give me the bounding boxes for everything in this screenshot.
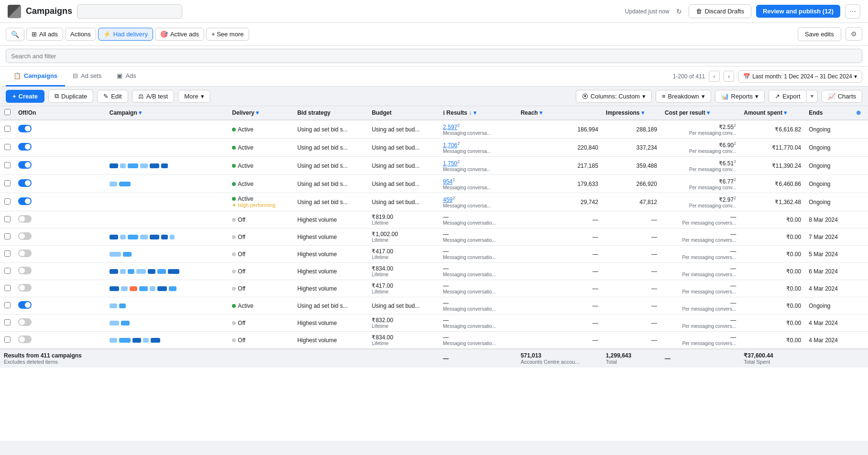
cost-per-result-header[interactable]: Cost per result ▾ (661, 106, 740, 120)
select-all-checkbox[interactable] (4, 109, 11, 115)
more-button[interactable]: More ▾ (178, 90, 210, 103)
discard-drafts-button[interactable]: 🗑 Discard Drafts (689, 4, 751, 18)
row-impressions: 266,920 (602, 175, 661, 193)
ends-header[interactable]: Ends (805, 106, 852, 120)
more-options-button[interactable]: ⋯ (845, 4, 860, 19)
row-checkbox[interactable] (4, 319, 11, 325)
results-header[interactable]: ℹ Results ↓ ▾ (439, 106, 516, 120)
row-checkbox[interactable] (4, 162, 11, 168)
table-row: OffHighest volume₹1,002.00Lifetime—Messa… (0, 228, 868, 246)
export-more-button[interactable]: ▾ (807, 90, 818, 103)
tab-ads[interactable]: ▣ Ads (109, 66, 143, 87)
row-checkbox[interactable] (4, 180, 11, 186)
edit-button[interactable]: ✎ Edit (97, 90, 128, 103)
row-checkbox[interactable] (4, 144, 11, 150)
row-toggle-cell (14, 139, 106, 157)
row-toggle[interactable] (18, 336, 32, 343)
add-column-header[interactable]: ⊕ (852, 106, 868, 120)
row-campaign-name (106, 314, 229, 332)
row-checkbox[interactable] (4, 336, 11, 343)
top-search-input[interactable] (77, 4, 182, 19)
delivery-status: Active (232, 195, 289, 202)
actions-button[interactable]: Actions (65, 28, 96, 41)
row-toggle[interactable] (18, 284, 32, 292)
row-cost-per-result: —Per messaging convers... (661, 314, 740, 332)
pagination-next[interactable]: › (724, 71, 734, 82)
results-value[interactable]: 954 (443, 178, 452, 185)
row-toggle[interactable] (18, 179, 32, 187)
active-ads-button[interactable]: 🎯 Active ads (155, 28, 204, 41)
row-toggle[interactable] (18, 161, 32, 169)
budget-header[interactable]: Budget (368, 106, 439, 120)
row-toggle[interactable] (18, 318, 32, 326)
row-checkbox-cell (0, 193, 14, 211)
row-budget: ₹834.00Lifetime (368, 263, 439, 280)
amount-spent-header[interactable]: Amount spent ▾ (740, 106, 805, 120)
search-button[interactable]: 🔍 (6, 28, 24, 41)
row-amount-spent: ₹11,390.24 (740, 157, 805, 175)
impressions-header[interactable]: Impressions ▾ (602, 106, 661, 120)
row-toggle-cell (14, 263, 106, 280)
row-campaign-name (106, 280, 229, 297)
row-checkbox[interactable] (4, 233, 11, 239)
tab-ad-sets[interactable]: ⊟ Ad sets (65, 66, 109, 87)
row-checkbox[interactable] (4, 216, 11, 222)
row-toggle[interactable] (18, 249, 32, 257)
date-range-button[interactable]: 📅 Last month: 1 Dec 2024 – 31 Dec 2024 ▾ (738, 70, 862, 83)
lightning-icon: ⚡ (103, 31, 111, 38)
row-delivery-cell: Active (228, 139, 293, 157)
create-button[interactable]: + Create (6, 90, 44, 103)
save-edits-button[interactable]: Save edits (798, 27, 841, 41)
export-button[interactable]: ↗ Export (769, 90, 807, 103)
results-value[interactable]: 1,750 (443, 160, 457, 167)
row-checkbox[interactable] (4, 250, 11, 257)
row-checkbox[interactable] (4, 285, 11, 291)
row-toggle[interactable] (18, 215, 32, 223)
pagination-prev[interactable]: ‹ (709, 71, 719, 82)
row-extra (852, 175, 868, 193)
row-toggle[interactable] (18, 232, 32, 240)
ab-test-button[interactable]: ⚖ A/B test (132, 90, 175, 103)
row-checkbox[interactable] (4, 126, 11, 132)
row-budget: Using ad set bud... (368, 297, 439, 314)
delivery-header[interactable]: Delivery ▾ (228, 106, 293, 120)
row-amount-spent: ₹6,460.86 (740, 175, 805, 193)
row-toggle[interactable] (18, 267, 32, 274)
select-all-header[interactable] (0, 106, 14, 120)
row-bid-strategy: Using ad set bid s... (294, 297, 368, 314)
row-checkbox[interactable] (4, 268, 11, 274)
off-on-header[interactable]: Off/On (14, 106, 106, 120)
campaign-header[interactable]: Campaign ▾ (106, 106, 229, 120)
row-toggle[interactable] (18, 143, 32, 151)
tab-campaigns[interactable]: 📋 Campaigns (6, 66, 65, 87)
row-toggle[interactable] (18, 197, 32, 205)
row-checkbox[interactable] (4, 198, 11, 205)
charts-button[interactable]: 📈 Charts (822, 90, 862, 103)
filters-icon-button[interactable]: ⚙ (846, 27, 862, 41)
footer-results-cell: — (439, 349, 516, 368)
row-cost-per-result: —Per messaging convers... (661, 228, 740, 246)
breakdown-button[interactable]: ≡ Breakdown ▾ (656, 90, 711, 103)
review-publish-button[interactable]: Review and publish (12) (756, 5, 840, 18)
row-toggle[interactable] (18, 301, 32, 309)
columns-button[interactable]: ⦿ Columns: Custom ▾ (576, 90, 652, 103)
footer-delivery-cell (228, 349, 293, 368)
delivery-status: Active (232, 181, 289, 187)
row-results: —Messaging conversatio... (439, 297, 516, 314)
row-checkbox[interactable] (4, 302, 11, 308)
results-value[interactable]: 1,706 (443, 142, 457, 149)
refresh-button[interactable]: ↻ (674, 6, 684, 17)
bid-strategy-header[interactable]: Bid strategy (294, 106, 368, 120)
row-amount-spent: ₹0.00 (740, 263, 805, 280)
had-delivery-button[interactable]: ⚡ Had delivery (98, 28, 153, 41)
footer-cost-cell: — (661, 349, 740, 368)
search-filter-input[interactable] (6, 49, 862, 63)
reports-button[interactable]: 📊 Reports ▾ (715, 90, 765, 103)
row-toggle[interactable] (18, 125, 32, 132)
duplicate-button[interactable]: ⧉ Duplicate (48, 89, 93, 103)
all-ads-button[interactable]: ⊞ All ads (26, 28, 63, 41)
see-more-button[interactable]: + See more (206, 28, 249, 41)
results-value[interactable]: 459 (443, 196, 452, 203)
reach-header[interactable]: Reach ▾ (517, 106, 602, 120)
results-value[interactable]: 2,597 (443, 124, 457, 130)
